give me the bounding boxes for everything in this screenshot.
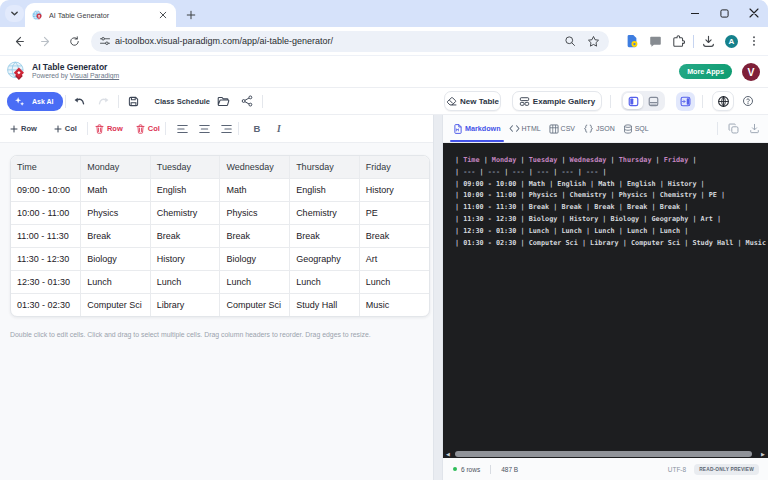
table-cell[interactable]: Lunch bbox=[359, 270, 429, 293]
table-cell[interactable]: Lunch bbox=[290, 270, 360, 293]
align-center-button[interactable] bbox=[197, 121, 212, 137]
table-cell[interactable]: Math bbox=[81, 178, 151, 201]
help-button[interactable] bbox=[741, 91, 755, 111]
table-cell[interactable]: Lunch bbox=[220, 270, 290, 293]
layout-split-button[interactable] bbox=[623, 93, 643, 109]
table-cell[interactable]: Library bbox=[150, 293, 220, 316]
open-button[interactable] bbox=[214, 91, 234, 111]
table-cell[interactable]: Computer Sci bbox=[220, 293, 290, 316]
table-cell[interactable]: 09:00 - 10:00 bbox=[11, 178, 81, 201]
table-cell[interactable]: Physics bbox=[220, 201, 290, 224]
column-header[interactable]: Thursday bbox=[290, 156, 360, 178]
table-cell[interactable]: Break bbox=[220, 224, 290, 247]
visual-paradigm-link[interactable]: Visual Paradigm bbox=[70, 72, 119, 79]
browser-menu-icon[interactable] bbox=[748, 35, 760, 47]
extension-doc-icon[interactable] bbox=[625, 34, 639, 48]
markdown-preview-code[interactable]: | Time | Monday | Tuesday | Wednesday | … bbox=[443, 143, 768, 449]
downloads-icon[interactable] bbox=[702, 35, 715, 48]
table-cell[interactable]: Biology bbox=[81, 247, 151, 270]
column-header[interactable]: Tuesday bbox=[150, 156, 220, 178]
new-table-button[interactable]: New Table bbox=[444, 91, 501, 111]
language-button[interactable] bbox=[712, 91, 734, 111]
zoom-icon[interactable] bbox=[564, 35, 576, 47]
table-cell[interactable]: Biology bbox=[220, 247, 290, 270]
window-minimize-button[interactable] bbox=[690, 8, 700, 18]
table-cell[interactable]: English bbox=[290, 178, 360, 201]
table-cell[interactable]: Computer Sci bbox=[81, 293, 151, 316]
table-cell[interactable]: Lunch bbox=[150, 270, 220, 293]
layout-stack-button[interactable] bbox=[643, 93, 663, 109]
copy-icon[interactable] bbox=[728, 123, 739, 134]
table-cell[interactable]: 10:00 - 11:00 bbox=[11, 201, 81, 224]
table-cell[interactable]: Geography bbox=[290, 247, 360, 270]
table-cell[interactable]: Break bbox=[359, 224, 429, 247]
toggle-preview-panel-button[interactable] bbox=[676, 92, 695, 111]
italic-button[interactable]: I bbox=[273, 121, 285, 137]
table-cell[interactable]: Physics bbox=[81, 201, 151, 224]
tab-json[interactable]: JSON bbox=[583, 115, 615, 142]
ask-ai-button[interactable]: Ask AI bbox=[7, 92, 63, 111]
omnibox[interactable]: ai-toolbox.visual-paradigm.com/app/ai-ta… bbox=[91, 31, 609, 52]
more-apps-button[interactable]: More Apps bbox=[679, 64, 732, 79]
save-button[interactable] bbox=[124, 91, 144, 111]
new-tab-button[interactable] bbox=[181, 5, 200, 24]
table-cell[interactable]: History bbox=[150, 247, 220, 270]
back-button[interactable] bbox=[7, 30, 29, 52]
table-cell[interactable]: 01:30 - 02:30 bbox=[11, 293, 81, 316]
bold-button[interactable]: B bbox=[251, 121, 263, 137]
table-cell[interactable]: PE bbox=[359, 201, 429, 224]
table-cell[interactable]: Break bbox=[81, 224, 151, 247]
tab-search-button[interactable] bbox=[5, 5, 24, 22]
table-cell[interactable]: Music bbox=[359, 293, 429, 316]
table-cell[interactable]: Chemistry bbox=[150, 201, 220, 224]
example-gallery-button[interactable]: Example Gallery bbox=[512, 91, 602, 111]
column-header[interactable]: Time bbox=[11, 156, 81, 178]
add-col-button[interactable]: Col bbox=[52, 119, 79, 139]
user-avatar[interactable]: V bbox=[742, 63, 760, 81]
tab-csv[interactable]: CSV bbox=[549, 115, 575, 142]
bookmark-star-icon[interactable] bbox=[587, 35, 600, 48]
table-cell[interactable]: 11:00 - 11:30 bbox=[11, 224, 81, 247]
table-cell[interactable]: 12:30 - 01:30 bbox=[11, 270, 81, 293]
tab-html[interactable]: HTML bbox=[509, 115, 541, 142]
browser-profile-avatar[interactable]: A bbox=[725, 35, 738, 48]
window-close-button[interactable] bbox=[749, 8, 759, 18]
reload-button[interactable] bbox=[63, 30, 85, 52]
table-cell[interactable]: Art bbox=[359, 247, 429, 270]
table-cell[interactable]: 11:30 - 12:30 bbox=[11, 247, 81, 270]
delete-col-button[interactable]: Col bbox=[134, 119, 162, 139]
browser-tab[interactable]: AI Table Generator bbox=[25, 3, 176, 27]
column-header[interactable]: Friday bbox=[359, 156, 429, 178]
align-left-button[interactable] bbox=[175, 121, 190, 137]
add-row-button[interactable]: Row bbox=[8, 119, 39, 139]
table-cell[interactable]: Chemistry bbox=[290, 201, 360, 224]
table-cell[interactable]: Lunch bbox=[81, 270, 151, 293]
tab-markdown[interactable]: Markdown bbox=[453, 115, 501, 142]
scrollbar-thumb[interactable] bbox=[455, 451, 752, 457]
redo-button[interactable] bbox=[94, 91, 114, 111]
window-maximize-button[interactable] bbox=[720, 9, 729, 18]
column-header[interactable]: Wednesday bbox=[220, 156, 290, 178]
download-icon[interactable] bbox=[749, 123, 760, 134]
horizontal-scrollbar[interactable]: ◀ ▶ bbox=[443, 449, 768, 458]
schedule-table[interactable]: TimeMondayTuesdayWednesdayThursdayFriday… bbox=[11, 156, 429, 316]
panel-resize-handle[interactable] bbox=[433, 115, 443, 480]
table-cell[interactable]: History bbox=[359, 178, 429, 201]
tab-sql[interactable]: SQL bbox=[623, 115, 649, 142]
table-cell[interactable]: English bbox=[150, 178, 220, 201]
align-right-button[interactable] bbox=[219, 121, 234, 137]
table-cell[interactable]: Math bbox=[220, 178, 290, 201]
extensions-puzzle-icon[interactable] bbox=[672, 35, 685, 48]
side-panel-bubble-icon[interactable] bbox=[649, 35, 662, 48]
undo-button[interactable] bbox=[70, 91, 90, 111]
tab-close-button[interactable] bbox=[157, 9, 169, 21]
table-cell[interactable]: Break bbox=[150, 224, 220, 247]
table-cell[interactable]: Study Hall bbox=[290, 293, 360, 316]
column-header[interactable]: Monday bbox=[81, 156, 151, 178]
share-button[interactable] bbox=[237, 91, 257, 111]
document-name[interactable]: Class Schedule bbox=[155, 97, 210, 106]
table-cell[interactable]: Break bbox=[290, 224, 360, 247]
forward-button[interactable] bbox=[35, 30, 57, 52]
scroll-right-arrow[interactable]: ▶ bbox=[760, 450, 766, 457]
delete-row-button[interactable]: Row bbox=[93, 119, 125, 139]
